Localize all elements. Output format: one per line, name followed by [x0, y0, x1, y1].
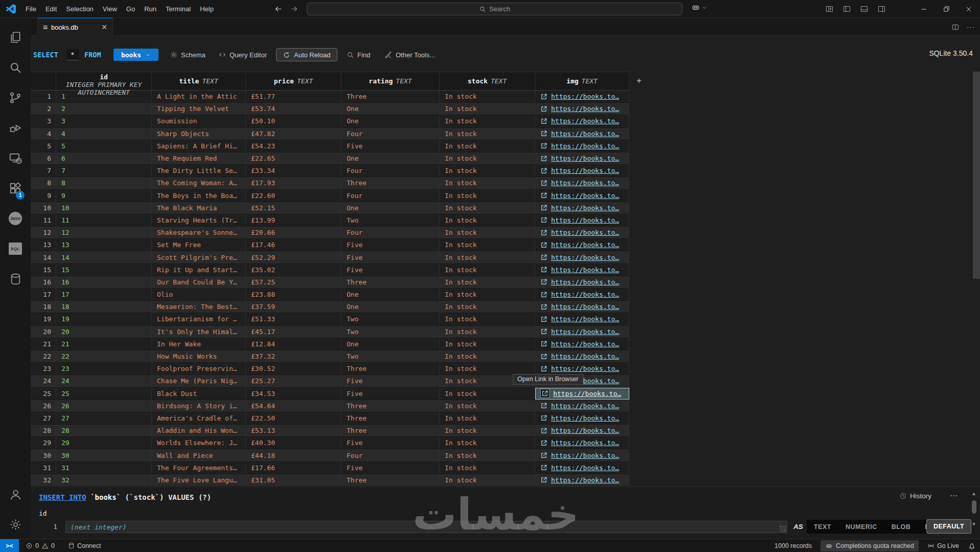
cell-img[interactable]: https://books.to… [535, 190, 629, 202]
cell-id[interactable]: 12 [56, 227, 152, 238]
img-url-link[interactable]: https://books.to… [551, 130, 619, 138]
cell-id[interactable]: 27 [56, 412, 152, 424]
row-number-cell[interactable]: 30 [31, 449, 56, 461]
cell-rating[interactable]: Two [341, 313, 440, 325]
cell-price[interactable]: £37.59 [246, 301, 341, 313]
id-value-input[interactable]: (next integer) [65, 521, 787, 533]
cell-price[interactable]: £40.30 [246, 437, 341, 449]
cell-img[interactable]: https://books.to… [535, 128, 629, 140]
cell-price[interactable]: £35.02 [246, 264, 341, 276]
cell-stock[interactable]: In stock [440, 115, 535, 127]
cell-img[interactable]: https://books.to… [535, 103, 629, 115]
img-url-link[interactable]: https://books.to… [551, 340, 619, 348]
cell-rating[interactable]: Three [341, 400, 440, 412]
chevron-down-icon[interactable] [701, 5, 708, 11]
cell-stock[interactable]: In stock [440, 128, 535, 140]
img-url-link[interactable]: https://books.to… [551, 142, 619, 150]
cell-title[interactable]: Shakespeare's Sonne… [152, 227, 246, 238]
menu-item-help[interactable]: Help [195, 5, 218, 13]
cell-stock[interactable]: In stock [440, 202, 535, 214]
cell-img[interactable]: https://books.to… [535, 437, 629, 449]
img-url-link[interactable]: https://books.to… [551, 241, 619, 249]
img-url-link[interactable]: https://books.to… [551, 179, 619, 187]
img-url-link[interactable]: https://books.to… [551, 476, 619, 484]
column-header-img[interactable]: img TEXT [535, 72, 629, 90]
cell-price[interactable]: £13.99 [246, 214, 341, 226]
cell-rating[interactable]: Two [341, 326, 440, 338]
external-link-icon[interactable] [540, 439, 548, 447]
cell-img[interactable]: https://books.to… [535, 474, 629, 486]
cell-price[interactable]: £53.13 [246, 425, 341, 436]
external-link-icon[interactable] [540, 328, 548, 335]
cell-stock[interactable]: In stock [440, 103, 535, 115]
cell-img[interactable]: https://books.to… [535, 177, 629, 189]
type-option-numeric[interactable]: NUMERIC [838, 523, 884, 531]
cell-title[interactable]: The Four Agreements… [152, 462, 246, 474]
cell-id[interactable]: 23 [56, 363, 152, 374]
cell-title[interactable]: Worlds Elsewhere: J… [152, 437, 246, 449]
cell-stock[interactable]: In stock [440, 177, 535, 189]
cell-stock[interactable]: In stock [440, 301, 535, 313]
run-debug-icon[interactable] [0, 116, 31, 140]
cell-id[interactable]: 10 [56, 202, 152, 214]
img-url-link[interactable]: https://books.to… [551, 291, 619, 298]
cell-id[interactable]: 21 [56, 338, 152, 350]
row-number-cell[interactable]: 9 [31, 190, 56, 202]
img-url-link[interactable]: https://books.to… [551, 266, 619, 274]
query-editor-button[interactable]: Query Editor [218, 48, 267, 61]
cell-img[interactable]: https://books.to… [535, 313, 629, 325]
cell-stock[interactable]: In stock [440, 462, 535, 474]
cell-img[interactable]: https://books.to… [535, 462, 629, 474]
schema-button[interactable]: Schema [170, 48, 206, 61]
cell-stock[interactable]: In stock [440, 165, 535, 176]
cell-id[interactable]: 20 [56, 326, 152, 338]
auto-reload-button[interactable]: Auto Reload [276, 48, 337, 61]
cell-rating[interactable]: Three [341, 177, 440, 189]
menu-item-go[interactable]: Go [122, 5, 140, 13]
cell-img[interactable]: https://books.to… [535, 289, 629, 300]
cell-img[interactable]: https://books.to… [535, 264, 629, 276]
insert-keyword[interactable]: INSERT INTO [39, 493, 86, 501]
cell-id[interactable]: 31 [56, 462, 152, 474]
cell-img[interactable]: https://books.to… [535, 227, 629, 238]
external-link-icon[interactable] [540, 142, 548, 149]
cell-rating[interactable]: Five [341, 375, 440, 387]
row-number-cell[interactable]: 28 [31, 425, 56, 436]
img-url-link[interactable]: https://books.to… [551, 105, 619, 113]
external-link-icon[interactable] [540, 180, 548, 187]
cell-price[interactable]: £30.52 [246, 363, 341, 374]
img-url-link[interactable]: https://books.to… [551, 315, 619, 323]
cell-stock[interactable]: In stock [440, 91, 535, 102]
cell-img[interactable]: https://books.to… [535, 276, 629, 288]
cell-stock[interactable]: In stock [440, 350, 535, 362]
cell-price[interactable]: £51.33 [246, 313, 341, 325]
extensions-icon[interactable]: 1 [0, 176, 31, 201]
img-url-link[interactable]: https://books.to… [551, 452, 619, 459]
cell-id[interactable]: 15 [56, 264, 152, 276]
row-number-cell[interactable]: 29 [31, 437, 56, 449]
add-column-button[interactable]: + [636, 72, 642, 90]
panel-more-icon[interactable]: ⋯ [950, 491, 959, 500]
external-link-icon[interactable] [540, 192, 548, 199]
cell-stock[interactable]: In stock [440, 437, 535, 449]
cell-rating[interactable]: One [341, 152, 440, 164]
cell-rating[interactable]: Five [341, 239, 440, 251]
img-url-link[interactable]: https://books.to… [551, 278, 619, 286]
cell-img[interactable]: https://books.to… [535, 251, 629, 263]
toggle-primary-sidebar-icon[interactable] [840, 0, 853, 18]
external-link-icon[interactable] [540, 118, 548, 125]
cell-rating[interactable]: One [341, 103, 440, 115]
cell-rating[interactable]: One [341, 301, 440, 313]
cell-title[interactable]: Wall and Piece [152, 449, 246, 461]
cell-title[interactable]: Rip it Up and Start… [152, 264, 246, 276]
customize-layout-icon[interactable] [823, 0, 836, 18]
cell-price[interactable]: £37.32 [246, 350, 341, 362]
cell-stock[interactable]: In stock [440, 227, 535, 238]
external-link-icon[interactable] [540, 365, 548, 372]
cell-rating[interactable]: Five [341, 264, 440, 276]
cell-img[interactable]: https://books.to… [535, 115, 629, 127]
cell-title[interactable]: Set Me Free [152, 239, 246, 251]
cell-rating[interactable]: Three [341, 425, 440, 436]
accounts-icon[interactable] [0, 482, 31, 506]
sql-extension-icon[interactable]: SQL [0, 236, 31, 261]
